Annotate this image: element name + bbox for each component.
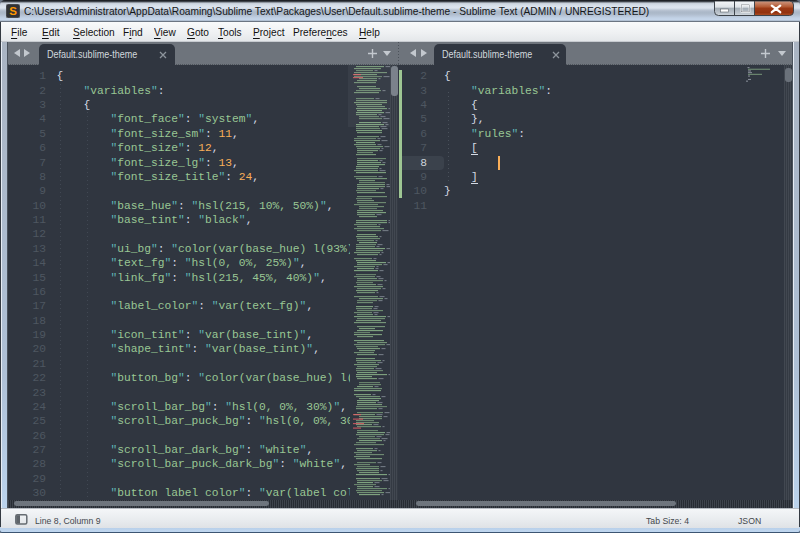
svg-text:S: S — [9, 5, 17, 17]
